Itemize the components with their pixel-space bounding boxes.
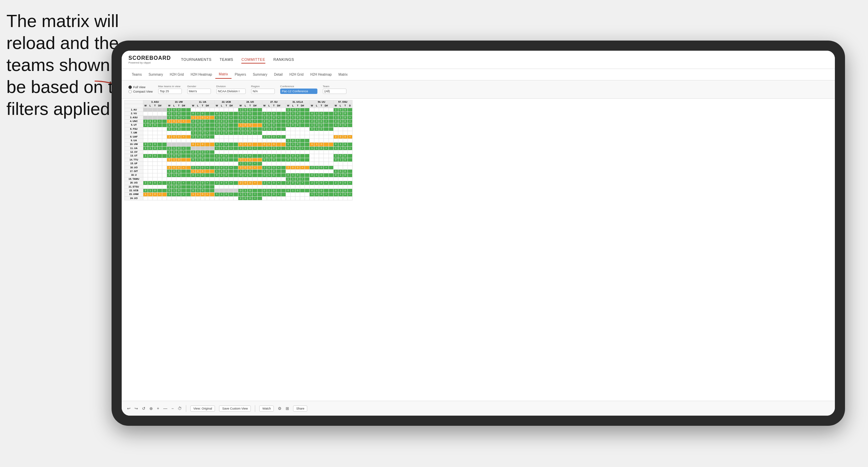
view-original-btn[interactable]: View: Original <box>190 405 215 412</box>
nav-tournaments[interactable]: TOURNAMENTS <box>181 56 212 64</box>
subnav-h2h-grid2[interactable]: H2H Grid <box>286 71 307 78</box>
matrix-cell <box>248 150 252 154</box>
zoom-in-icon[interactable]: + <box>157 406 159 411</box>
matrix-cell <box>229 127 234 131</box>
max-teams-select[interactable]: Top 25 Top 10 All <box>158 89 182 94</box>
share-btn[interactable]: Share <box>293 405 307 412</box>
matrix-cell <box>191 196 195 200</box>
matrix-cell: 0 <box>200 127 205 131</box>
matrix-content[interactable]: 3. ASU 10. UW 11. UA 22. UCB 24. UO 27. … <box>122 99 835 401</box>
subnav-matrix[interactable]: Matrix <box>215 70 231 79</box>
matrix-cell <box>172 131 176 135</box>
matrix-cell <box>305 173 310 177</box>
nav-teams[interactable]: TEAMS <box>220 56 233 64</box>
refresh-icon[interactable]: ↺ <box>142 406 145 411</box>
matrix-cell <box>319 131 324 135</box>
zoom-out-icon[interactable]: − <box>171 406 174 411</box>
matrix-cell: 0 <box>195 150 200 154</box>
matrix-cell: 1 <box>286 123 291 127</box>
matrix-cell: 1 <box>238 162 243 166</box>
matrix-cell <box>252 108 257 112</box>
col-w-ua: W <box>191 104 195 108</box>
matrix-cell <box>176 177 181 181</box>
nav-rankings[interactable]: RANKINGS <box>273 56 294 64</box>
matrix-cell <box>329 185 333 189</box>
matrix-cell: 1 <box>338 193 343 196</box>
matrix-cell <box>234 131 238 135</box>
subnav-detail[interactable]: Detail <box>271 71 286 78</box>
table-row: 16. UO200+200+200+200+200+200+200+ <box>125 166 353 169</box>
matrix-cell: 0 <box>333 158 338 162</box>
matrix-cell: + <box>324 193 329 196</box>
subnav-h2h-heatmap[interactable]: H2H Heatmap <box>187 71 215 78</box>
settings-icon[interactable]: ⚙ <box>278 406 282 411</box>
matrix-cell: 0 <box>172 135 176 139</box>
matrix-cell <box>319 150 324 154</box>
matrix-cell <box>162 112 167 116</box>
matrix-cell <box>295 131 300 135</box>
watch-btn[interactable]: Watch <box>259 405 274 412</box>
matrix-cell <box>305 131 310 135</box>
matrix-cell <box>176 131 181 135</box>
matrix-cell: 1 <box>314 127 319 131</box>
save-custom-btn[interactable]: Save Custom View <box>219 405 251 412</box>
matrix-cell: 1 <box>195 143 200 146</box>
matrix-cell <box>343 127 347 131</box>
nav-committee[interactable]: COMMITTEE <box>241 56 265 64</box>
matrix-cell: 0 <box>295 177 300 181</box>
subnav-summary2[interactable]: Summary <box>249 71 271 78</box>
subnav-teams[interactable]: Teams <box>128 71 145 78</box>
matrix-cell: 1 <box>243 112 248 116</box>
matrix-cell: 1 <box>215 146 219 150</box>
matrix-cell <box>257 143 262 146</box>
matrix-cell: 0 <box>314 123 319 127</box>
gender-select[interactable]: Men's Women's <box>187 89 211 94</box>
zoom-icon[interactable]: ⊕ <box>149 406 153 411</box>
subnav-h2h-heatmap2[interactable]: H2H Heatmap <box>307 71 335 78</box>
radio-compact-view[interactable]: Compact View <box>128 90 153 93</box>
subnav-players[interactable]: Players <box>232 71 249 78</box>
matrix-cell: 0 <box>291 181 295 185</box>
matrix-cell <box>219 185 224 189</box>
matrix-cell <box>257 112 262 116</box>
matrix-cell <box>215 135 219 139</box>
matrix-cell: + <box>300 146 305 150</box>
matrix-cell: 0 <box>248 119 252 123</box>
matrix-cell <box>286 185 291 189</box>
matrix-cell <box>305 166 310 169</box>
matrix-cell: 1 <box>219 146 224 150</box>
subnav-h2h-grid[interactable]: H2H Grid <box>166 71 187 78</box>
matrix-cell <box>271 131 276 135</box>
matrix-cell <box>257 185 262 189</box>
matrix-cell <box>276 162 281 166</box>
matrix-cell <box>262 108 267 112</box>
matrix-cell <box>257 108 262 112</box>
matrix-cell: 0 <box>319 193 324 196</box>
matrix-cell: 0 <box>338 135 343 139</box>
undo-icon[interactable]: ↩ <box>127 406 130 411</box>
redo-icon[interactable]: ↪ <box>135 406 138 411</box>
matrix-cell <box>158 162 162 166</box>
matrix-cell <box>267 177 271 181</box>
matrix-cell <box>210 173 215 177</box>
matrix-cell: 2 <box>143 119 148 123</box>
col-w-ucb: W <box>215 104 219 108</box>
division-select[interactable]: NCAA Division I NCAA Division II <box>216 89 246 94</box>
region-select[interactable]: N/A East West <box>251 89 275 94</box>
clock-icon[interactable]: ⏱ <box>178 406 182 411</box>
region-label: Region <box>251 85 275 88</box>
col-l-su: L <box>267 104 271 108</box>
subnav-matrix2[interactable]: Matrix <box>335 71 351 78</box>
matrix-corner <box>125 100 143 104</box>
conference-select[interactable]: Pac-12 Conference (All) <box>280 89 317 94</box>
col-w-ucla: W <box>286 104 291 108</box>
radio-full-view[interactable]: Full View <box>128 85 153 89</box>
matrix-cell <box>310 154 314 158</box>
subnav-summary[interactable]: Summary <box>145 71 166 78</box>
grid-icon[interactable]: ⊞ <box>286 406 289 411</box>
col-t-uo: T <box>248 104 252 108</box>
team-select[interactable]: (All) <box>323 89 346 94</box>
matrix-cell: 0 <box>319 119 324 123</box>
matrix-cell <box>347 154 352 158</box>
matrix-cell: 1 <box>338 173 343 177</box>
